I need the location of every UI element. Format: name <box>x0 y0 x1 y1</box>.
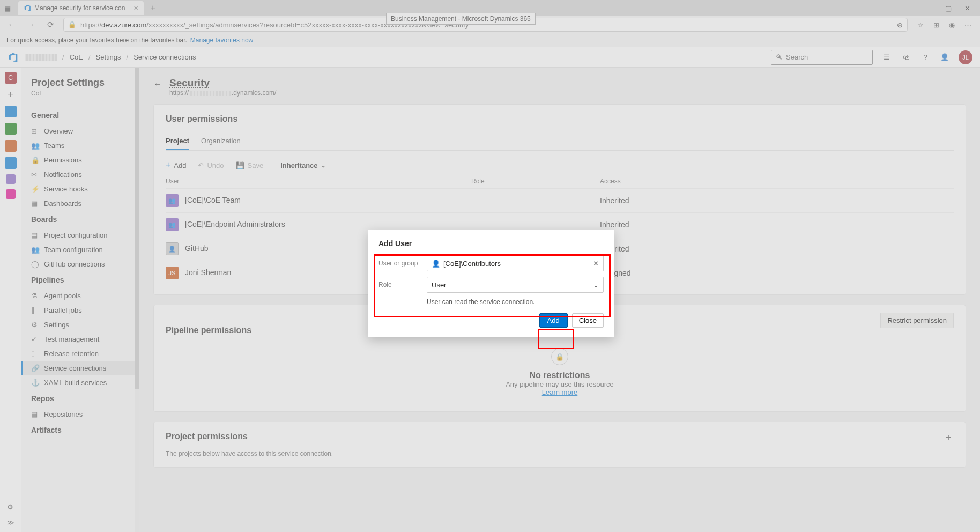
search-icon: 🔍︎ <box>776 53 783 61</box>
page-back-icon[interactable]: ← <box>153 77 162 97</box>
sidebar-item-test-mgmt[interactable]: ✓Test management <box>21 332 139 346</box>
add-user-modal: Add User User or group 👤 [CoE]\Contribut… <box>368 230 614 337</box>
test-icon: ✓ <box>31 335 39 343</box>
nav-refresh-icon[interactable]: ⟳ <box>44 20 57 29</box>
window-controls: — ▢ ✕ <box>925 4 976 12</box>
browser-menu-icon[interactable]: ⋯ <box>964 21 971 29</box>
group-icon: 👥 <box>166 194 179 207</box>
breadcrumb-item[interactable]: CoE <box>70 53 83 61</box>
dashboard-icon: ▦ <box>31 200 39 208</box>
inheritance-dropdown[interactable]: Inheritance ⌄ <box>280 161 325 169</box>
person-icon: 👤 <box>432 260 440 268</box>
rail-item[interactable] <box>6 174 16 184</box>
window-maximize-icon[interactable]: ▢ <box>945 4 952 12</box>
sidebar-item-service-hooks[interactable]: ⚡Service hooks <box>21 182 139 196</box>
avatar[interactable]: JL <box>959 50 972 64</box>
sidebar-item-dashboards[interactable]: ▦Dashboards <box>21 196 139 211</box>
breadcrumb-item[interactable]: Service connections <box>133 53 196 61</box>
side-group-artifacts: Artifacts <box>21 422 139 439</box>
side-group-boards: Boards <box>21 211 139 228</box>
sidebar-item-agent-pools[interactable]: ⚗Agent pools <box>21 289 139 303</box>
breadcrumb-org[interactable] <box>25 54 57 61</box>
sidebar-item-permissions[interactable]: 🔒Permissions <box>21 153 139 167</box>
azure-devops-logo-icon[interactable] <box>8 52 18 63</box>
teams-icon: 👥 <box>31 142 39 150</box>
role-select[interactable]: User ⌄ <box>427 277 604 293</box>
side-group-general: General <box>21 107 139 124</box>
sidebar-item-parallel-jobs[interactable]: ‖Parallel jobs <box>21 303 139 317</box>
page-title: Security <box>169 77 276 89</box>
collections-icon[interactable]: ⊞ <box>933 21 939 29</box>
sidebar-item-release-retention[interactable]: ▯Release retention <box>21 346 139 361</box>
learn-more-link[interactable]: Learn more <box>542 388 577 396</box>
team-config-icon: 👥 <box>31 246 39 254</box>
sidebar-item-service-connections[interactable]: 🔗Service connections <box>21 361 139 375</box>
list-icon[interactable]: ☰ <box>881 53 892 61</box>
rail-add-icon[interactable]: + <box>8 89 13 100</box>
user-icon: 👤 <box>166 242 179 255</box>
rail-item[interactable] <box>5 140 17 152</box>
window-minimize-icon[interactable]: — <box>925 4 932 12</box>
tab-close-icon[interactable]: ✕ <box>133 5 138 12</box>
overview-icon: ⊞ <box>31 127 39 135</box>
pool-icon: ⚗ <box>31 292 39 300</box>
rail-settings-icon[interactable]: ⚙ <box>7 503 14 511</box>
sidebar-item-github[interactable]: ◯GitHub connections <box>21 257 139 271</box>
config-icon: ▤ <box>31 231 39 239</box>
sidebar-item-project-config[interactable]: ▤Project configuration <box>21 228 139 242</box>
tab-project[interactable]: Project <box>166 132 189 150</box>
manage-favorites-link[interactable]: Manage favorites now <box>190 36 253 44</box>
table-row[interactable]: 👥[CoE]\CoE Team Inherited <box>166 188 954 212</box>
modal-close-button[interactable]: Close <box>572 313 604 328</box>
sidebar-item-teams[interactable]: 👥Teams <box>21 138 139 153</box>
sidebar-item-repositories[interactable]: ▤Repositories <box>21 407 139 422</box>
top-search-input[interactable]: 🔍︎ Search <box>771 50 873 65</box>
user-permissions-heading: User permissions <box>166 114 954 124</box>
lock-icon: 🔒 <box>551 348 568 365</box>
nav-forward-icon: → <box>25 20 38 29</box>
user-value: [CoE]\Contributors <box>443 260 501 268</box>
group-icon: 👥 <box>166 218 179 231</box>
help-icon[interactable]: ? <box>920 53 931 61</box>
profile-icon[interactable]: ◉ <box>949 21 955 29</box>
sidebar-scrollbar[interactable] <box>135 68 139 532</box>
rail-item[interactable] <box>5 123 17 135</box>
window-close-icon[interactable]: ✕ <box>964 4 970 12</box>
rail-item[interactable] <box>5 106 17 117</box>
browser-tab-active[interactable]: Manage security for service con ✕ <box>18 1 144 15</box>
modal-add-button[interactable]: Add <box>539 313 568 328</box>
project-permissions-panel: Project permissions The projects below h… <box>153 422 966 468</box>
sidebar-item-team-config[interactable]: 👥Team configuration <box>21 242 139 257</box>
project-add-icon[interactable]: + <box>941 430 956 446</box>
app-top-nav: / CoE / Settings / Service connections 🔍… <box>0 47 980 68</box>
save-icon: 💾 <box>236 161 244 169</box>
add-button[interactable]: +Add <box>166 160 186 170</box>
app-menu-icon[interactable]: ▤ <box>4 4 16 12</box>
gear-icon: ⚙ <box>31 321 39 329</box>
nav-back-icon[interactable]: ← <box>5 20 18 29</box>
restrict-permission-button[interactable]: Restrict permission <box>880 313 954 328</box>
reading-mode-icon[interactable]: ⊕ <box>897 21 903 29</box>
role-label: Role <box>378 281 427 289</box>
breadcrumb-item[interactable]: Settings <box>96 53 121 61</box>
sidebar-item-overview[interactable]: ⊞Overview <box>21 124 139 138</box>
clear-icon[interactable]: ✕ <box>593 260 599 268</box>
no-restrictions-title: No restrictions <box>166 371 954 380</box>
sidebar-item-xaml[interactable]: ⚓XAML build services <box>21 375 139 390</box>
rail-item[interactable] <box>5 157 17 169</box>
user-or-group-input[interactable]: 👤 [CoE]\Contributors ✕ <box>427 255 604 271</box>
rail-expand-icon[interactable]: ≫ <box>7 519 14 527</box>
no-restrictions-sub: Any pipeline may use this resource <box>166 380 954 388</box>
col-access: Access <box>600 178 954 185</box>
user-settings-icon[interactable]: 👤 <box>939 53 950 61</box>
tab-organization[interactable]: Organization <box>201 132 241 150</box>
favorite-star-icon[interactable]: ☆ <box>917 21 924 29</box>
new-tab-button[interactable]: + <box>146 3 159 13</box>
xaml-icon: ⚓ <box>31 379 39 387</box>
sidebar-item-settings[interactable]: ⚙Settings <box>21 317 139 332</box>
shopping-bag-icon[interactable]: 🛍︎ <box>901 53 911 61</box>
sidebar-item-notifications[interactable]: ✉Notifications <box>21 167 139 182</box>
rail-project-c[interactable]: C <box>5 72 17 84</box>
retention-icon: ▯ <box>31 350 39 358</box>
rail-item[interactable] <box>6 189 16 199</box>
